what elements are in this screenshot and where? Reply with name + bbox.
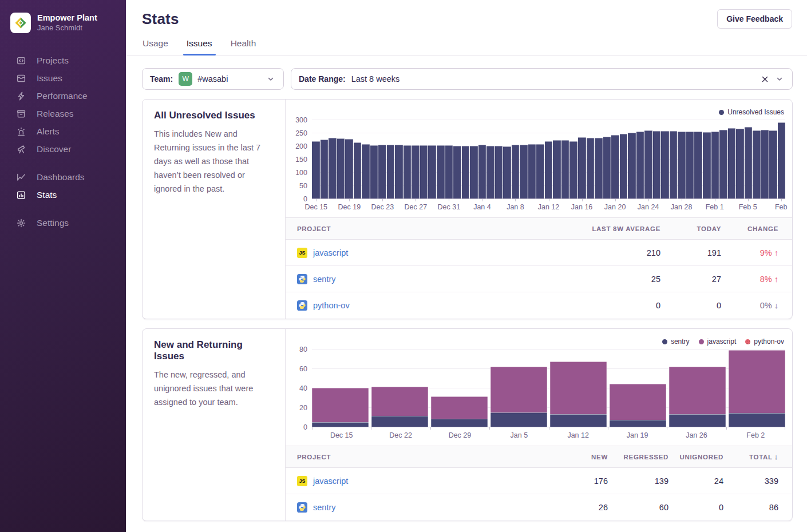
project-link[interactable]: sentry [313,275,336,284]
chart-bar[interactable] [703,132,711,198]
column-header-today: TODAY [660,225,721,232]
project-link[interactable]: sentry [313,503,336,512]
chart-bar[interactable] [503,146,511,198]
chart-bar[interactable] [462,146,470,198]
chart-bar[interactable] [490,367,547,427]
legend-item-unresolved-issues[interactable]: Unresolved Issues [719,108,784,116]
chart-bar[interactable] [661,131,669,198]
sidebar-item-settings[interactable]: Settings [0,214,126,232]
sidebar-item-stats[interactable]: Stats [0,186,126,204]
project-link[interactable]: python-ov [313,301,350,310]
chevron-down-icon[interactable] [266,74,276,84]
sidebar-item-alerts[interactable]: Alerts [0,122,126,140]
chart-bar[interactable] [371,387,428,427]
chart-bar[interactable] [550,362,607,427]
chart-bar[interactable] [486,146,495,198]
chart-bar[interactable] [345,139,353,198]
sidebar-item-label: Discover [37,144,71,154]
chart-bar[interactable] [669,367,726,427]
project-link[interactable]: javascript [313,248,348,257]
chart-bar[interactable] [620,134,628,198]
chart-bar[interactable] [719,130,727,198]
chart-bar[interactable] [553,140,561,198]
chart-bar[interactable] [753,130,761,198]
chart-bar[interactable] [628,133,636,198]
tab-health[interactable]: Health [230,38,257,55]
chart-bar[interactable] [536,144,544,198]
chart-bar[interactable] [528,144,536,198]
chart-bar[interactable] [395,145,403,198]
chart-bar[interactable] [545,141,553,198]
chart-bar[interactable] [437,145,445,198]
sidebar-item-projects[interactable]: Projects [0,51,126,69]
chart-bar[interactable] [470,146,478,198]
chart-bar[interactable] [512,145,520,198]
chart-bar[interactable] [761,130,769,198]
chart-bar[interactable] [445,145,453,198]
chevron-down-icon[interactable] [774,74,785,84]
team-selector[interactable]: Team: W #wasabi [142,68,284,90]
legend-item-sentry[interactable]: sentry [662,338,690,346]
column-header-last-8w-average: LAST 8W AVERAGE [563,225,660,232]
clear-icon[interactable] [760,74,770,84]
chart-bar[interactable] [387,145,395,198]
legend-item-javascript[interactable]: javascript [699,338,737,346]
chart-bar[interactable] [778,122,786,198]
sort-direction-icon[interactable]: ↓ [774,452,778,461]
chart-bar[interactable] [404,145,412,198]
chart-bar[interactable] [694,132,702,198]
chart-bar[interactable] [728,128,736,198]
chart-bar[interactable] [745,127,753,198]
chart-bar[interactable] [378,145,386,198]
tab-issues[interactable]: Issues [186,38,213,55]
chart-bar[interactable] [686,132,694,198]
chart-bar[interactable] [420,145,428,198]
chart-bar[interactable] [653,131,661,198]
give-feedback-button[interactable]: Give Feedback [717,9,792,29]
chart-bar[interactable] [587,138,595,198]
legend-item-python-ov[interactable]: python-ov [745,338,784,346]
chart-bar[interactable] [578,137,586,198]
chart-bar[interactable] [478,145,486,198]
chart-bar[interactable] [711,132,719,198]
panel-summary: All Unresolved Issues This includes New … [143,100,286,319]
chart-bar[interactable] [329,138,337,198]
chart-bar[interactable] [736,129,744,198]
chart-bar[interactable] [520,145,528,198]
chart-bar[interactable] [428,145,436,198]
sidebar-item-dashboards[interactable]: Dashboards [0,168,126,186]
chart-bar[interactable] [337,138,345,198]
sidebar-item-releases[interactable]: Releases [0,105,126,122]
chart-bar[interactable] [561,140,569,198]
chart-bar[interactable] [495,146,503,198]
sidebar-item-discover[interactable]: Discover [0,140,126,158]
date-range-selector[interactable]: Date Range: Last 8 weeks [291,68,793,90]
chart-bar[interactable] [569,141,577,198]
chart-bar[interactable] [312,388,369,427]
chart-bar[interactable] [321,140,329,198]
chart-bar[interactable] [644,130,652,198]
sidebar-nav-secondary: DashboardsStats [0,168,126,204]
chart-bar[interactable] [611,135,619,198]
project-link[interactable]: javascript [313,477,348,486]
chart-bar[interactable] [370,145,378,198]
chart-bar[interactable] [312,141,320,198]
chart-bar[interactable] [670,131,678,198]
chart-bar[interactable] [595,138,603,198]
chart-bar[interactable] [453,146,461,198]
chart-bar[interactable] [431,396,488,427]
chart-bar[interactable] [636,132,644,198]
tab-usage[interactable]: Usage [142,38,169,55]
chart-bar[interactable] [412,145,420,198]
chart-bar[interactable] [354,142,362,198]
org-switcher[interactable]: Empower Plant Jane Schmidt [0,8,126,39]
chart-bar[interactable] [729,350,785,427]
chart-bar[interactable] [362,144,370,198]
chart-bar[interactable] [678,132,686,198]
chart-bar[interactable] [769,130,777,198]
chart-bar[interactable] [603,137,611,198]
sidebar-item-issues[interactable]: Issues [0,69,126,87]
axis-tick [482,199,482,201]
chart-bar[interactable] [610,384,666,427]
sidebar-item-performance[interactable]: Performance [0,87,126,105]
